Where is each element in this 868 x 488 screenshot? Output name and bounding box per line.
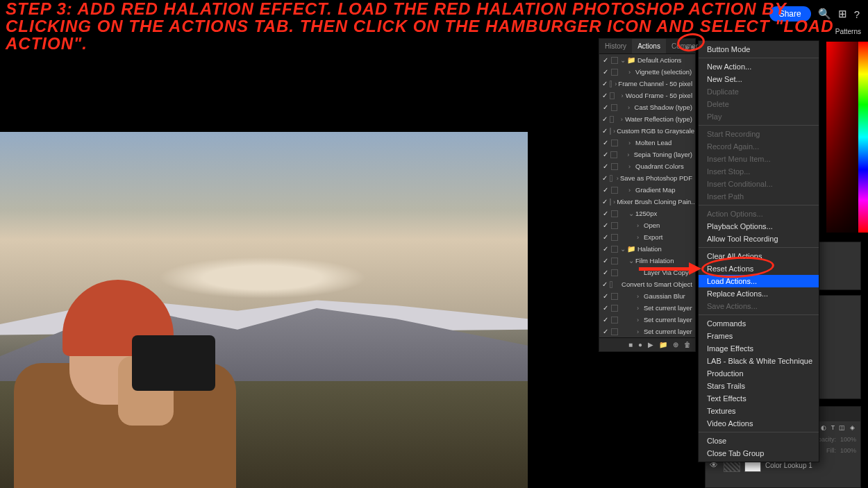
annotation-arrow xyxy=(639,262,701,275)
action-item[interactable]: ✓⌄📁Halation xyxy=(599,243,695,255)
action-item[interactable]: ✓›Gradient Map xyxy=(599,184,695,196)
menu-item[interactable]: Stars Trails xyxy=(699,380,819,392)
record-icon[interactable]: ● xyxy=(638,341,642,348)
menu-item[interactable]: Close Tab Group xyxy=(699,447,819,460)
menu-item[interactable]: Frames xyxy=(699,330,819,342)
menu-item[interactable]: Textures xyxy=(699,405,819,417)
action-item[interactable]: ✓›Water Reflection (type) xyxy=(599,113,695,125)
layer-name[interactable]: Color Lookup 1 xyxy=(765,462,812,469)
document-canvas[interactable] xyxy=(0,132,528,488)
stop-icon[interactable]: ■ xyxy=(628,341,633,348)
action-item[interactable]: ✓›Quadrant Colors xyxy=(599,160,695,172)
instruction-overlay: Step 3: Add red halation effect. Load th… xyxy=(6,0,862,53)
menu-item: Delete xyxy=(699,98,819,110)
filter-icons[interactable]: ▫ ◐ T ◫ ◈ xyxy=(815,424,856,431)
action-item[interactable]: ✓›Frame Channel - 50 pixel xyxy=(599,78,695,90)
opacity-value[interactable]: 100% xyxy=(840,436,856,443)
menu-item[interactable]: New Set... xyxy=(699,73,819,85)
menu-item: Insert Path xyxy=(699,190,819,203)
menu-item: Insert Stop... xyxy=(699,165,819,178)
play-icon[interactable]: ▶ xyxy=(648,341,653,348)
actions-panel: History Actions Comments » ≡ ✓⌄📁Default … xyxy=(599,38,696,352)
menu-item[interactable]: LAB - Black & White Technique xyxy=(699,355,819,367)
action-item[interactable]: ✓›Wood Frame - 50 pixel xyxy=(599,90,695,101)
action-item[interactable]: ✓Convert to Smart Object xyxy=(599,278,695,290)
menu-item[interactable]: Text Effects xyxy=(699,392,819,405)
menu-item: Save Actions... xyxy=(699,300,819,312)
action-item[interactable]: ✓›Mixer Brush Cloning Pain... xyxy=(599,196,695,208)
action-item[interactable]: ✓›Export xyxy=(599,231,695,243)
trash-icon[interactable]: 🗑 xyxy=(684,341,691,348)
menu-item: Insert Conditional... xyxy=(699,178,819,190)
actions-footer: ■ ● ▶ 📁 ⊕ 🗑 xyxy=(599,337,695,351)
menu-item: Start Recording xyxy=(699,128,819,140)
action-item[interactable]: ✓›Set current layer xyxy=(599,302,695,314)
menu-item: Play xyxy=(699,110,819,123)
menu-item[interactable]: Video Actions xyxy=(699,417,819,430)
actions-flyout-menu[interactable]: Button ModeNew Action...New Set...Duplic… xyxy=(698,40,819,462)
menu-item[interactable]: Replace Actions... xyxy=(699,287,819,300)
actions-list[interactable]: ✓⌄📁Default Actions✓›Vignette (selection)… xyxy=(599,54,695,337)
new-action-icon[interactable]: ⊕ xyxy=(673,341,678,348)
menu-item[interactable]: Image Effects xyxy=(699,342,819,355)
menu-item: Record Again... xyxy=(699,140,819,153)
new-set-icon[interactable]: 📁 xyxy=(659,341,667,348)
fill-value[interactable]: 100% xyxy=(840,447,856,454)
action-item[interactable]: ✓›Vignette (selection) xyxy=(599,66,695,78)
action-item[interactable]: ✓›Set current layer xyxy=(599,326,695,337)
menu-item[interactable]: Close xyxy=(699,435,819,447)
menu-item[interactable]: Playback Options... xyxy=(699,220,819,233)
menu-item[interactable]: Commands xyxy=(699,317,819,330)
action-item[interactable]: ✓›Cast Shadow (type) xyxy=(599,101,695,113)
action-item[interactable]: ✓›Custom RGB to Grayscale xyxy=(599,125,695,137)
menu-item: Duplicate xyxy=(699,85,819,98)
action-item[interactable]: ✓›Sepia Toning (layer) xyxy=(599,149,695,160)
menu-item: Insert Menu Item... xyxy=(699,153,819,165)
menu-item[interactable]: Allow Tool Recording xyxy=(699,233,819,245)
action-item[interactable]: ✓›Molten Lead xyxy=(599,137,695,149)
action-item[interactable]: ✓⌄1250px xyxy=(599,208,695,219)
menu-item[interactable]: New Action... xyxy=(699,60,819,73)
action-item[interactable]: ✓⌄📁Default Actions xyxy=(599,54,695,66)
color-field[interactable] xyxy=(826,42,858,233)
fill-label: Fill: xyxy=(826,447,836,454)
action-item[interactable]: ✓›Set current layer xyxy=(599,314,695,326)
menu-item: Action Options... xyxy=(699,208,819,220)
menu-item[interactable]: Production xyxy=(699,367,819,380)
action-item[interactable]: ✓›Open xyxy=(599,219,695,231)
color-picker-panel[interactable] xyxy=(826,42,868,233)
action-item[interactable]: ✓›Gaussian Blur xyxy=(599,290,695,302)
hue-slider[interactable] xyxy=(858,42,868,233)
action-item[interactable]: ✓›Save as Photoshop PDF xyxy=(599,172,695,184)
